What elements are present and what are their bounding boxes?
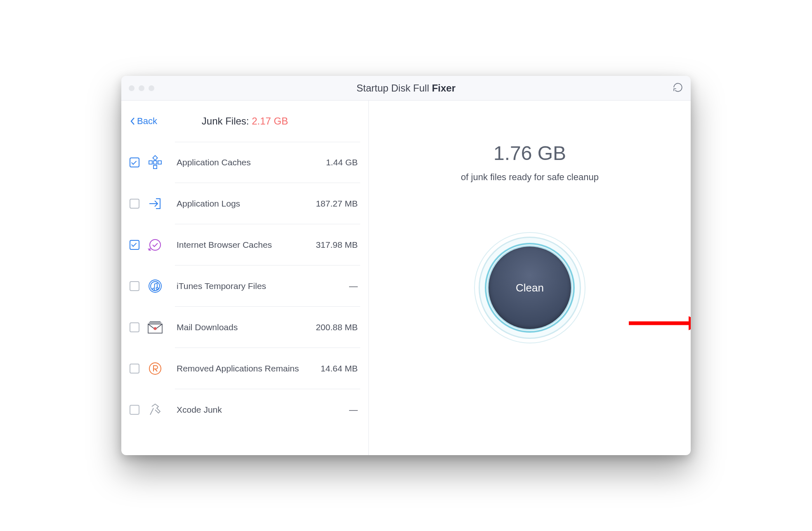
title-bar: Startup Disk Full Fixer (121, 76, 691, 101)
svg-marker-12 (689, 316, 691, 330)
back-label: Back (137, 116, 157, 127)
selected-size: 1.76 GB (493, 142, 566, 164)
category-size: 200.88 MB (316, 322, 360, 332)
category-checkbox[interactable] (130, 157, 139, 167)
traffic-lights (129, 85, 154, 91)
category-size: 187.27 MB (316, 199, 360, 209)
category-label: Application Logs (175, 199, 240, 209)
circle-check-icon (147, 237, 163, 253)
category-row[interactable]: Internet Browser Caches317.98 MB (175, 224, 360, 266)
title-prefix: Startup Disk Full (356, 82, 432, 94)
svg-rect-4 (153, 155, 157, 160)
grid-icon (147, 154, 163, 171)
category-label: Xcode Junk (175, 405, 222, 415)
category-label: Mail Downloads (175, 322, 238, 332)
svg-rect-2 (158, 161, 161, 164)
junk-size: 2.17 GB (252, 115, 288, 127)
category-row[interactable]: Xcode Junk— (175, 389, 360, 430)
category-row[interactable]: Application Caches1.44 GB (175, 142, 360, 183)
clean-core: Clean (489, 247, 571, 329)
svg-point-5 (150, 240, 161, 250)
junk-label: Junk Files: (202, 115, 252, 127)
envelope-icon (147, 319, 163, 336)
category-label: iTunes Temporary Files (175, 281, 266, 291)
category-row[interactable]: Mail Downloads200.88 MB (175, 307, 360, 348)
window-title: Startup Disk Full Fixer (121, 82, 691, 94)
category-list: Application Caches1.44 GBApplication Log… (175, 142, 360, 430)
left-panel: Back Junk Files: 2.17 GB Application Cac… (121, 101, 369, 455)
category-size: — (349, 281, 360, 291)
main-body: Back Junk Files: 2.17 GB Application Cac… (121, 101, 691, 455)
category-checkbox[interactable] (130, 364, 139, 374)
right-panel: 1.76 GB of junk files ready for safe cle… (369, 101, 691, 455)
category-checkbox[interactable] (130, 322, 139, 332)
category-row[interactable]: Application Logs187.27 MB (175, 183, 360, 224)
category-size: 14.64 MB (321, 364, 360, 374)
category-checkbox[interactable] (130, 240, 139, 250)
category-label: Application Caches (175, 157, 251, 167)
refresh-button[interactable] (673, 82, 683, 94)
close-dot[interactable] (129, 85, 135, 91)
category-checkbox[interactable] (130, 199, 139, 209)
clean-button[interactable]: Clean (474, 232, 585, 343)
app-window: Startup Disk Full Fixer Back Junk Files:… (121, 76, 691, 455)
annotation-arrow-icon (627, 313, 691, 334)
clean-label: Clean (516, 282, 544, 294)
music-note-icon (147, 278, 163, 294)
category-row[interactable]: iTunes Temporary Files— (175, 266, 360, 307)
svg-rect-0 (149, 161, 152, 164)
title-bold: Fixer (432, 82, 456, 94)
zoom-dot[interactable] (149, 85, 154, 91)
category-checkbox[interactable] (130, 405, 139, 415)
r-circle-icon (147, 360, 163, 377)
hammer-icon (147, 402, 163, 418)
category-size: 1.44 GB (326, 157, 360, 167)
category-row[interactable]: Removed Applications Remains14.64 MB (175, 348, 360, 389)
category-label: Internet Browser Caches (175, 240, 272, 250)
back-button[interactable]: Back (130, 116, 157, 127)
svg-point-9 (154, 327, 157, 330)
left-header: Back Junk Files: 2.17 GB (130, 109, 360, 134)
category-label: Removed Applications Remains (175, 364, 299, 374)
svg-rect-3 (153, 165, 157, 169)
svg-point-7 (151, 282, 160, 291)
selected-subtext: of junk files ready for safe cleanup (461, 172, 599, 183)
svg-rect-1 (153, 161, 157, 164)
category-size: — (349, 405, 360, 415)
minimize-dot[interactable] (139, 85, 144, 91)
category-size: 317.98 MB (316, 240, 360, 250)
arrow-in-icon (147, 195, 163, 212)
chevron-left-icon (130, 116, 136, 126)
category-checkbox[interactable] (130, 281, 139, 291)
junk-title: Junk Files: 2.17 GB (130, 115, 360, 127)
